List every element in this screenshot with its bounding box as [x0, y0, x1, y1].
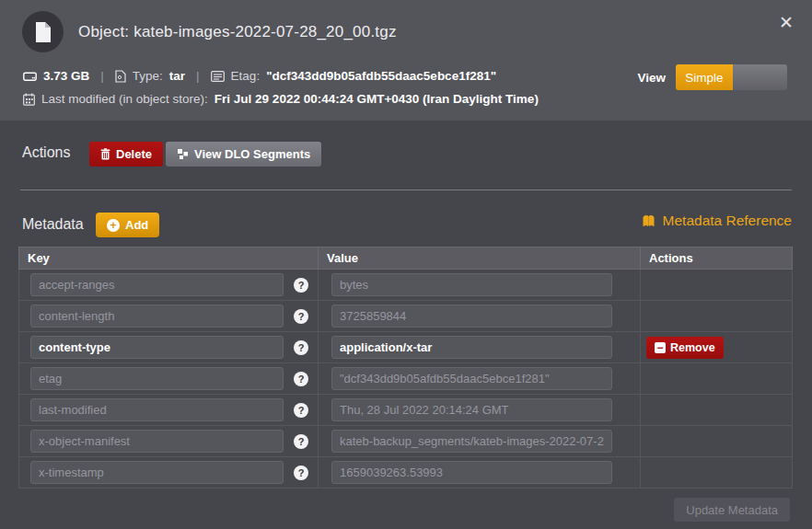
help-icon[interactable]: ?	[294, 309, 308, 324]
metadata-value-input	[331, 461, 612, 484]
actions-section-label: Actions	[22, 144, 70, 161]
object-details-modal: Object: kateb-images-2022-07-28_20_00.tg…	[0, 0, 812, 529]
help-icon[interactable]: ?	[294, 434, 308, 449]
view-toggle-group: View Simple	[637, 64, 787, 90]
remove-button[interactable]: − Remove	[646, 337, 724, 359]
etag-label: Etag:	[231, 69, 261, 83]
table-row: ? −	[19, 426, 793, 457]
view-mode-toggle[interactable]: Simple	[676, 64, 787, 90]
etag-value: "dcf343dd9b05afdb55daac5ebce1f281"	[266, 69, 496, 83]
table-row: ? −	[19, 363, 793, 395]
metadata-value-input	[331, 305, 612, 328]
table-row: ? −	[19, 457, 793, 489]
hdd-icon	[23, 70, 37, 82]
delete-button-label: Delete	[116, 147, 152, 161]
page-title: Object: kateb-images-2022-07-28_20_00.tg…	[78, 23, 397, 41]
metadata-key-input[interactable]	[30, 336, 284, 359]
metadata-key-input	[30, 430, 284, 453]
help-icon[interactable]: ?	[294, 403, 308, 418]
book-icon	[642, 214, 655, 227]
remove-button-label: Remove	[670, 341, 715, 354]
close-icon[interactable]: ✕	[779, 14, 794, 31]
help-icon[interactable]: ?	[294, 372, 308, 386]
dlo-segments-icon	[177, 148, 189, 160]
metadata-section-label: Metadata	[22, 216, 84, 233]
modal-header: Object: kateb-images-2022-07-28_20_00.tg…	[0, 0, 812, 121]
table-row: ? −	[19, 301, 793, 332]
column-header-value: Value	[319, 247, 641, 270]
view-label: View	[637, 71, 666, 85]
metadata-value-input	[331, 273, 612, 296]
file-icon	[22, 11, 64, 52]
add-metadata-button[interactable]: + Add	[96, 213, 159, 237]
table-row: ? −	[19, 395, 793, 426]
toggle-simple-option[interactable]: Simple	[676, 64, 733, 90]
table-row: ? −	[19, 270, 793, 301]
view-dlo-segments-button[interactable]: View DLO Segments	[166, 142, 321, 167]
delete-button[interactable]: Delete	[89, 142, 163, 167]
table-header-row: Key Value Actions	[19, 247, 793, 270]
object-info-line: 3.73 GB | Type: tar | Etag: "dcf34	[23, 69, 496, 83]
metadata-key-input	[30, 273, 284, 296]
metadata-key-input	[30, 398, 284, 421]
object-size: 3.73 GB	[43, 69, 89, 83]
calendar-icon	[23, 93, 35, 106]
metadata-value-input	[331, 430, 612, 453]
separator: |	[196, 69, 200, 83]
metadata-key-input	[30, 367, 284, 390]
toggle-off-option[interactable]	[733, 64, 787, 90]
last-modified-value: Fri Jul 29 2022 00:44:24 GMT+0430 (Iran …	[215, 92, 539, 106]
plus-circle-icon: +	[107, 219, 120, 232]
etag-icon	[211, 71, 225, 82]
type-label: Type:	[133, 69, 163, 83]
view-dlo-segments-label: View DLO Segments	[194, 147, 310, 161]
metadata-table: Key Value Actions ?	[18, 247, 793, 489]
metadata-reference-label: Metadata Reference	[663, 213, 792, 229]
add-button-label: Add	[125, 218, 148, 232]
file-type-icon	[115, 70, 126, 83]
help-icon[interactable]: ?	[294, 340, 308, 355]
metadata-value-input	[331, 367, 612, 390]
trash-icon	[100, 148, 110, 160]
type-value: tar	[169, 69, 185, 83]
update-metadata-button[interactable]: Update Metadata	[674, 498, 790, 522]
metadata-value-input[interactable]	[331, 336, 612, 359]
column-header-actions: Actions	[641, 247, 793, 270]
last-modified-label: Last modified (in object store):	[41, 92, 208, 106]
metadata-key-input	[30, 461, 284, 484]
minus-square-icon: −	[655, 342, 666, 353]
column-header-key: Key	[19, 247, 319, 270]
separator: |	[100, 69, 104, 83]
last-modified-line: Last modified (in object store): Fri Jul…	[23, 92, 539, 106]
metadata-reference-link[interactable]: Metadata Reference	[642, 213, 792, 229]
help-icon[interactable]: ?	[294, 466, 308, 480]
metadata-key-input	[30, 305, 284, 328]
section-divider	[20, 190, 792, 190]
help-icon[interactable]: ?	[294, 278, 308, 293]
table-row: ? − Remove	[19, 332, 793, 363]
metadata-value-input	[331, 398, 612, 421]
